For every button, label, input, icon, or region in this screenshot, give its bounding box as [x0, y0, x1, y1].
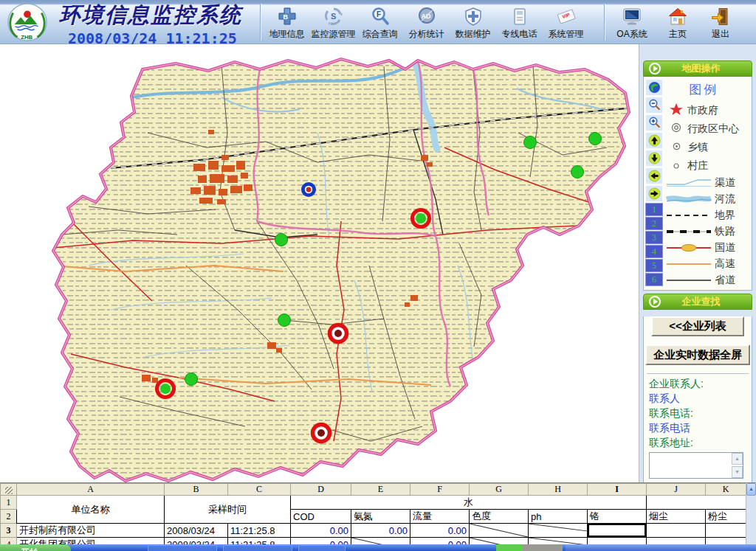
start-button[interactable]: 开始	[0, 544, 71, 551]
pan-right-button[interactable]	[645, 185, 663, 202]
cell-flow[interactable]: 0.00	[410, 524, 470, 538]
taskbar-button[interactable]	[223, 545, 292, 551]
column-header-B[interactable]: B	[165, 484, 228, 496]
station-marker-green[interactable]	[524, 136, 537, 149]
cell-sample-date[interactable]: 2008/03/24	[165, 538, 228, 545]
nav-item-source-mgmt[interactable]: S 监控源管理	[310, 4, 357, 41]
pan-left-button[interactable]	[645, 167, 663, 184]
scroll-down-icon[interactable]: ▼	[732, 466, 743, 478]
map-level-button-3[interactable]: 3	[645, 231, 663, 244]
cell-chromium[interactable]	[588, 538, 647, 545]
column-header-K[interactable]: K	[706, 484, 746, 496]
station-marker-green[interactable]	[278, 314, 291, 327]
cell-cod[interactable]: 0.00	[291, 538, 351, 545]
grid-vertical-scrollbar[interactable]: ▲	[746, 483, 756, 544]
pan-down-button[interactable]	[645, 150, 663, 167]
nav-item-query[interactable]: F 综合查询	[357, 4, 403, 41]
taskbar-button[interactable]	[298, 545, 346, 551]
windows-taskbar[interactable]: 开始	[0, 544, 756, 551]
column-header-I[interactable]: I	[588, 484, 647, 496]
map-level-button-5[interactable]: 5	[645, 259, 663, 272]
row-header-2[interactable]: 2	[1, 510, 17, 524]
station-marker-red[interactable]	[330, 325, 347, 342]
realtime-fullscreen-button[interactable]: 企业实时数据全屏	[645, 344, 750, 365]
cell-cod[interactable]: 0.00	[291, 524, 351, 538]
param-header-smoke[interactable]: 烟尘	[647, 510, 706, 524]
param-header-ammonia[interactable]: 氨氮	[351, 510, 410, 524]
param-header-ph[interactable]: ph	[529, 510, 588, 524]
column-header-A[interactable]: A	[17, 484, 165, 496]
cell-smoke[interactable]	[647, 524, 706, 538]
column-header-F[interactable]: F	[410, 484, 470, 496]
column-header-J[interactable]: J	[647, 484, 706, 496]
column-header-D[interactable]: D	[291, 484, 351, 496]
district-map-view[interactable]	[0, 44, 639, 482]
map-level-button-6[interactable]: 6	[645, 273, 663, 286]
cell-unit-name[interactable]: 开化集团有限公司	[17, 538, 165, 545]
system-tray[interactable]	[566, 544, 756, 551]
row-header-4[interactable]: 4	[1, 538, 17, 545]
column-header-H[interactable]: H	[529, 484, 588, 496]
nav-item-data-maintenance[interactable]: 数据维护	[450, 4, 496, 41]
row-header-1[interactable]: 1	[1, 496, 17, 510]
cell-chroma-nodata[interactable]	[470, 538, 529, 545]
unit-name-header-cell[interactable]: 单位名称	[17, 496, 165, 524]
param-header-chroma[interactable]: 色度	[470, 510, 529, 524]
cell-flow[interactable]: 0.00	[410, 538, 470, 545]
cell-dust[interactable]	[706, 538, 746, 545]
param-header-flow[interactable]: 流量	[410, 510, 470, 524]
cell-unit-name[interactable]: 开封制药有限公司	[17, 524, 165, 538]
pan-up-button[interactable]	[645, 132, 663, 149]
station-marker-green[interactable]	[589, 133, 602, 145]
empty-group-cell[interactable]	[647, 496, 746, 510]
nav-label: 监控源管理	[310, 28, 357, 41]
column-header-C[interactable]: C	[228, 484, 291, 496]
cell-chroma-nodata[interactable]	[470, 524, 529, 538]
nav-item-hotline[interactable]: 专线电话	[496, 4, 543, 41]
station-marker-red[interactable]	[313, 425, 330, 442]
scroll-up-icon[interactable]: ▲	[732, 453, 743, 465]
search-panel-header[interactable]: 企业查找	[643, 294, 752, 310]
map-level-button-1[interactable]: 1	[645, 203, 663, 216]
station-marker-green[interactable]	[571, 166, 584, 179]
cell-ph-nodata[interactable]	[529, 538, 588, 545]
taskbar-button[interactable]	[148, 545, 217, 551]
nav-item-system-mgmt[interactable]: VIP 系统管理	[543, 4, 589, 41]
address-textarea[interactable]: ▲ ▼	[649, 452, 743, 479]
scroll-up-arrow-icon[interactable]: ▲	[746, 483, 756, 496]
selected-cell-I3[interactable]	[588, 524, 647, 538]
nav-item-geo-info[interactable]: B 地理信息	[264, 4, 310, 41]
cell-ammonia-nodata[interactable]	[351, 538, 410, 545]
cell-ammonia[interactable]: 0.00	[351, 524, 410, 538]
row-header-3[interactable]: 3	[1, 524, 17, 538]
nav-item-oa-system[interactable]: OA系统	[608, 4, 656, 41]
zoom-out-button[interactable]	[645, 97, 663, 114]
enterprise-list-button[interactable]: <<企业列表	[651, 316, 744, 336]
column-header-E[interactable]: E	[351, 484, 410, 496]
legend-item-railway: 铁路	[665, 223, 752, 240]
cell-ph-nodata[interactable]	[529, 524, 588, 538]
station-marker-green[interactable]	[275, 234, 288, 246]
nav-item-home[interactable]: 主页	[656, 4, 700, 41]
map-level-button-2[interactable]: 2	[645, 217, 663, 230]
cell-sample-time[interactable]: 11:21:25.8	[228, 524, 291, 538]
map-level-button-4[interactable]: 4	[645, 245, 663, 258]
map-panel-header[interactable]: 地图操作	[643, 60, 752, 77]
nav-item-analysis[interactable]: AD 分析统计	[403, 4, 450, 41]
column-header-G[interactable]: G	[470, 484, 529, 496]
sample-time-header-cell[interactable]: 采样时间	[165, 496, 291, 524]
nav-item-exit[interactable]: 退出	[700, 4, 741, 41]
city-center-marker[interactable]	[301, 182, 316, 197]
param-header-dust[interactable]: 粉尘	[706, 510, 746, 524]
param-header-cod[interactable]: COD	[291, 510, 351, 524]
cell-dust[interactable]	[706, 524, 746, 538]
cell-smoke[interactable]	[647, 538, 706, 545]
param-header-chromium[interactable]: 铬	[588, 510, 647, 524]
water-group-header-cell[interactable]: 水	[291, 496, 647, 510]
full-extent-globe-button[interactable]	[645, 79, 663, 96]
station-marker-green[interactable]	[185, 373, 198, 386]
cell-sample-date[interactable]: 2008/03/24	[165, 524, 228, 538]
cell-sample-time[interactable]: 11:21:25.8	[228, 538, 291, 545]
zoom-in-button[interactable]	[645, 114, 663, 131]
grid-corner-cell[interactable]	[1, 484, 17, 496]
